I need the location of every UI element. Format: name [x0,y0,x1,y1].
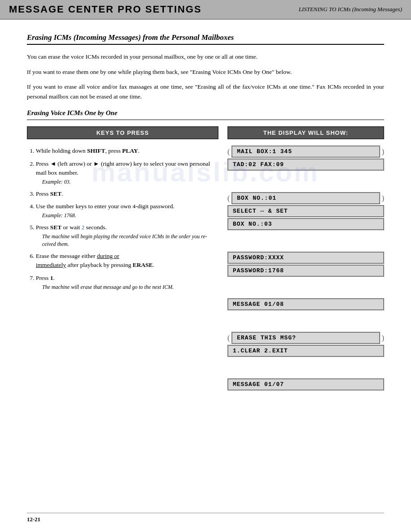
arrow-left-2: ( [227,194,230,202]
display-group-3: PASSWORD:XXXX PASSWORD:1768 [227,252,384,278]
set-key-3: SET [50,190,62,197]
step-3: Press SET. [36,189,218,198]
step-2-note: Example: 03. [42,178,218,186]
display-tad: TAD:02 FAX:09 [227,159,384,171]
step-4-note: Example: 1768. [42,212,218,219]
display-boxno-01: BOX NO.:01 [231,192,380,204]
paragraph-2: If you want to erase them one by one whi… [27,67,384,77]
display-password-1768: PASSWORD:1768 [227,265,384,277]
step-1: While holding down SHIFT, press PLAY. [36,146,218,155]
subsection-title: Erasing Voice ICMs One by One [27,109,384,117]
display-row-mailbox: ( MAIL BOX:1 345 ) [227,146,384,158]
page-footer: 12-21 [27,513,384,523]
step-7-note: The machine will erase that message and … [42,283,218,291]
step-5-note: The machine will begin playing the re­co… [42,233,218,248]
section-title: Erasing ICMs (Incoming Messages) from th… [27,33,384,42]
paragraph-3: If you want to erase all voice and/or fa… [27,82,384,101]
display-clear-exit: 1.CLEAR 2.EXIT [227,345,384,357]
step-5: Press SET or wait 2 seconds. The machine… [36,223,218,248]
step-2: Press ◄ (left arrow) or ► (right arrow) … [36,159,218,186]
display-select: SELECT ↔ & SET [227,205,384,217]
display-password-xxxx: PASSWORD:XXXX [227,252,384,264]
arrow-left-3: ( [227,334,230,342]
page: manualslib.com MESSAGE CENTER PRO SETTIN… [0,0,411,532]
display-group-4: MESSAGE 01/08 [227,298,384,311]
arrow-right-2: ) [382,194,384,202]
step-4: Use the number keys to enter your own 4-… [36,202,218,219]
display-erase-msg: ERASE THIS MSG? [231,332,380,344]
display-row-erase: ( ERASE THIS MSG? ) [227,332,384,344]
two-column-layout: KEYS TO PRESS While holding down SHIFT, … [27,126,384,399]
header-title: MESSAGE CENTER PRO SETTINGS [9,4,202,15]
page-number: 12-21 [27,516,40,523]
during-or: during or [97,253,119,259]
wait-time: 2 [81,224,85,231]
arrow-right-1: ) [382,148,384,156]
shift-key: SHIFT [87,147,105,154]
set-key-5: SET [50,224,62,231]
display-group-2: ( BOX NO.:01 ) SELECT ↔ & SET BOX NO.:03 [227,192,384,231]
display-row-boxno01: ( BOX NO.:01 ) [227,192,384,204]
display-group-6: MESSAGE 01/07 [227,378,384,391]
subsection-block: Erasing Voice ICMs One by One [27,109,384,120]
display-boxno-03: BOX NO.:03 [227,218,384,230]
display-group-5: ( ERASE THIS MSG? ) 1.CLEAR 2.EXIT [227,332,384,358]
content-area: Erasing ICMs (Incoming Messages) from th… [0,20,411,425]
page-header: MESSAGE CENTER PRO SETTINGS LISTENING TO… [0,0,411,20]
left-column: KEYS TO PRESS While holding down SHIFT, … [27,126,218,399]
keys-header: KEYS TO PRESS [27,126,218,139]
arrow-right-3: ) [382,334,384,342]
display-group-1: ( MAIL BOX:1 345 ) TAD:02 FAX:09 [227,146,384,172]
section-title-block: Erasing ICMs (Incoming Messages) from th… [27,33,384,45]
arrow-left-1: ( [227,148,230,156]
right-column: THE DISPLAY WILL SHOW: ( MAIL BOX:1 345 … [227,126,384,399]
play-key: PLAY [122,147,138,154]
display-message-0107: MESSAGE 01/07 [227,378,384,390]
paragraph-1: You can erase the voice ICMs recorded in… [27,52,384,62]
step-6: Erase the message either during or immed… [36,252,218,270]
steps-list: While holding down SHIFT, press PLAY. Pr… [27,146,218,291]
erase-key: ERASE [133,262,153,268]
step-7: Press 1. The machine will erase that mes… [36,274,218,291]
display-message-0108: MESSAGE 01/08 [227,298,384,310]
display-header: THE DISPLAY WILL SHOW: [227,126,384,139]
immediately: immediately [36,262,66,268]
header-subtitle: LISTENING TO ICMs (Incoming Messages) [215,6,402,13]
display-mailbox: MAIL BOX:1 345 [231,146,380,158]
one-key: 1 [50,275,53,281]
